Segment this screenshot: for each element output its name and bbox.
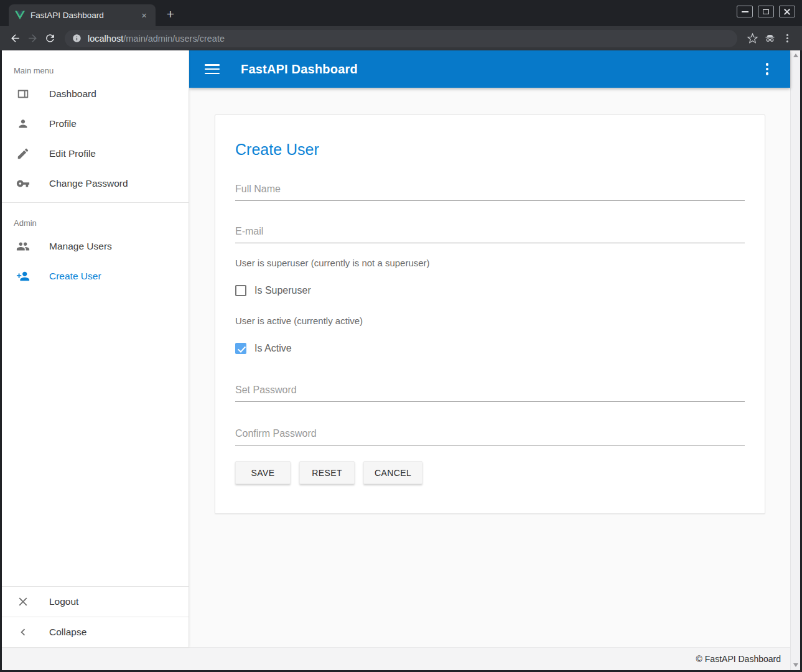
sidebar-item-label: Profile: [49, 118, 77, 129]
new-tab-button[interactable]: +: [162, 6, 179, 24]
browser-tab[interactable]: FastAPI Dashboard ×: [9, 4, 156, 26]
star-icon: [747, 32, 758, 44]
form-actions: SAVE RESET CANCEL: [235, 461, 745, 484]
bookmark-button[interactable]: [744, 30, 761, 47]
app-menu-button[interactable]: [760, 62, 775, 76]
is-superuser-label: Is Superuser: [254, 285, 311, 296]
address-bar[interactable]: localhost/main/admin/users/create: [65, 30, 737, 47]
info-icon: [72, 34, 82, 43]
browser-menu-button[interactable]: [778, 30, 796, 47]
confirm-password-field-wrap: [235, 425, 745, 446]
page-scrollbar[interactable]: [790, 50, 800, 670]
sidebar-spacer: [2, 291, 189, 586]
incognito-icon: [764, 32, 776, 44]
tab-strip: FastAPI Dashboard × +: [0, 0, 802, 26]
sidebar-item-label: Collapse: [49, 627, 86, 638]
page-content: Create User User is superuser (currently…: [189, 88, 790, 647]
browser-toolbar: localhost/main/admin/users/create: [0, 26, 802, 50]
full-name-input[interactable]: [235, 180, 745, 201]
forward-arrow-icon: [27, 32, 39, 44]
sidebar-item-label: Edit Profile: [49, 148, 96, 159]
is-active-row[interactable]: Is Active: [235, 343, 745, 354]
three-dots-icon: [781, 32, 793, 44]
sidebar-item-collapse[interactable]: Collapse: [2, 617, 189, 647]
reset-button[interactable]: RESET: [299, 461, 355, 484]
is-active-checkbox[interactable]: [235, 343, 246, 354]
confirm-password-input[interactable]: [235, 425, 745, 446]
sidebar-item-change-password[interactable]: Change Password: [2, 169, 189, 198]
email-input[interactable]: [235, 223, 745, 243]
sidebar-item-logout[interactable]: Logout: [2, 587, 189, 617]
reload-button[interactable]: [41, 30, 58, 47]
create-user-card: Create User User is superuser (currently…: [215, 114, 765, 514]
cancel-button[interactable]: CANCEL: [363, 461, 422, 484]
active-hint: User is active (currently active): [235, 315, 745, 326]
minimize-icon: [742, 11, 748, 12]
sidebar-item-label: Create User: [49, 271, 101, 282]
sidebar-item-profile[interactable]: Profile: [2, 109, 189, 139]
back-button[interactable]: [6, 30, 24, 47]
pencil-icon: [16, 147, 30, 161]
sidebar-section-admin: Admin: [2, 203, 189, 231]
app-footer: © FastAPI Dashboard: [2, 647, 790, 670]
vue-logo-icon: [15, 11, 25, 20]
url-path: /main/admin/users/create: [123, 34, 225, 44]
sidebar-item-label: Manage Users: [49, 241, 112, 252]
is-active-label: Is Active: [254, 343, 292, 354]
app-main: Main menu Dashboard Profile Edit Profile: [2, 50, 790, 647]
url-host: localhost: [88, 34, 123, 44]
set-password-field-wrap: [235, 381, 745, 402]
forward-button[interactable]: [24, 30, 41, 47]
sidebar-item-label: Logout: [49, 596, 78, 607]
app-title: FastAPI Dashboard: [241, 62, 358, 77]
sidebar-item-label: Change Password: [49, 178, 128, 189]
page-title: Create User: [235, 141, 745, 159]
is-superuser-row[interactable]: Is Superuser: [235, 285, 745, 296]
scrollbar-up-arrow-icon[interactable]: [793, 54, 798, 57]
sidebar-section-main-menu: Main menu: [2, 50, 189, 79]
window-minimize-button[interactable]: [737, 6, 753, 17]
people-icon: [16, 240, 30, 253]
sidebar-item-edit-profile[interactable]: Edit Profile: [2, 139, 189, 169]
sidebar-item-dashboard[interactable]: Dashboard: [2, 79, 189, 109]
app-header: FastAPI Dashboard: [189, 50, 790, 88]
sidebar: Main menu Dashboard Profile Edit Profile: [2, 50, 189, 647]
person-add-icon: [16, 269, 30, 283]
dashboard-icon: [16, 87, 30, 101]
set-password-input[interactable]: [235, 381, 745, 402]
save-button[interactable]: SAVE: [235, 461, 291, 484]
sidebar-item-label: Dashboard: [49, 88, 96, 100]
chevron-left-icon: [16, 625, 30, 639]
back-arrow-icon: [9, 32, 21, 44]
browser-window: FastAPI Dashboard × + localhost/main/adm…: [0, 0, 802, 672]
sidebar-item-manage-users[interactable]: Manage Users: [2, 231, 189, 261]
window-close-button[interactable]: [779, 6, 795, 17]
hamburger-menu-icon[interactable]: [205, 64, 220, 74]
full-name-field-wrap: [235, 180, 745, 201]
logout-x-icon: [16, 595, 30, 609]
email-field-wrap: [235, 223, 745, 243]
is-superuser-checkbox[interactable]: [235, 285, 246, 296]
tab-close-icon[interactable]: ×: [139, 10, 149, 21]
sidebar-item-create-user[interactable]: Create User: [2, 261, 189, 291]
window-controls: [737, 6, 795, 17]
reload-icon: [44, 32, 56, 44]
key-icon: [16, 177, 30, 190]
app-region: Main menu Dashboard Profile Edit Profile: [2, 50, 790, 670]
tab-title: FastAPI Dashboard: [30, 11, 139, 20]
close-icon: [783, 8, 791, 16]
maximize-icon: [763, 9, 769, 14]
page-body: Main menu Dashboard Profile Edit Profile: [2, 50, 800, 670]
window-maximize-button[interactable]: [758, 6, 774, 17]
scrollbar-down-arrow-icon[interactable]: [793, 663, 798, 667]
incognito-indicator[interactable]: [761, 30, 778, 47]
main-column: FastAPI Dashboard Create User: [189, 50, 790, 647]
footer-copyright: © FastAPI Dashboard: [696, 654, 781, 664]
person-icon: [16, 117, 30, 131]
superuser-hint: User is superuser (currently is not a su…: [235, 258, 745, 268]
